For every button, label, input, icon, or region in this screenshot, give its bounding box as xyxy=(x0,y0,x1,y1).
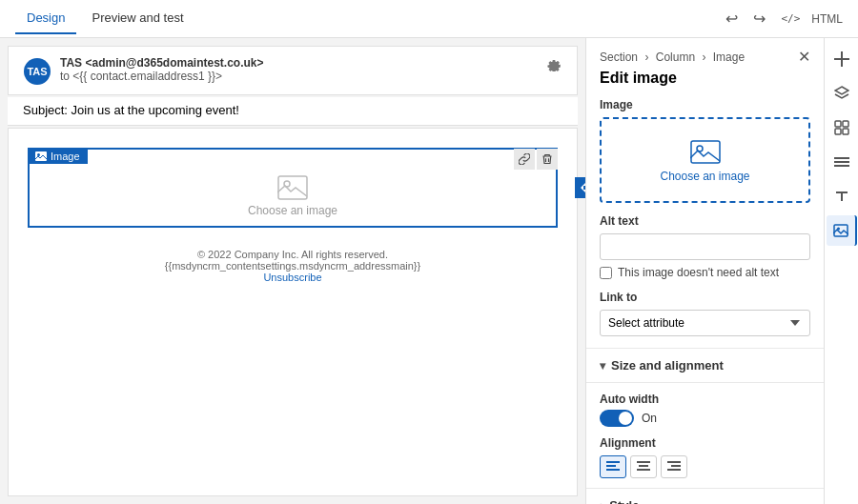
image-placeholder-text: Choose an image xyxy=(248,204,337,217)
svg-rect-13 xyxy=(671,465,681,467)
alt-text-checkbox-row: This image doesn't need alt text xyxy=(600,266,810,279)
svg-rect-6 xyxy=(606,461,620,463)
alt-text-input[interactable] xyxy=(600,233,810,260)
image-block-actions xyxy=(514,149,558,170)
align-left-button[interactable] xyxy=(600,455,626,478)
email-header: TAS TAS <admin@d365domaintest.co.uk> to … xyxy=(8,46,578,95)
alignment-buttons xyxy=(600,455,810,478)
toolbar-actions: ↩ ↪ </> HTML xyxy=(722,6,843,31)
svg-rect-21 xyxy=(834,157,849,159)
svg-rect-9 xyxy=(637,461,650,463)
align-center-button[interactable] xyxy=(630,455,657,478)
breadcrumb-sep-2: › xyxy=(702,50,705,64)
link-to-section: Link to Select attribute xyxy=(586,291,824,348)
footer-address: {{msdyncrm_contentsettings.msdyncrm_addr… xyxy=(20,260,565,272)
svg-rect-19 xyxy=(835,129,841,134)
image-block-wrapper: Image xyxy=(18,138,567,237)
panel-close-button[interactable]: ✕ xyxy=(798,48,810,66)
toggle-knob xyxy=(619,412,632,425)
sidebar-icon-layers[interactable] xyxy=(827,78,857,109)
image-upload-label: Image xyxy=(600,98,810,111)
image-delete-btn[interactable] xyxy=(537,149,558,170)
email-meta: TAS <admin@d365domaintest.co.uk> to <{{ … xyxy=(60,56,264,83)
email-settings-icon[interactable] xyxy=(546,56,562,74)
image-block-label: Image xyxy=(51,151,80,162)
undo-button[interactable]: ↩ xyxy=(722,6,742,31)
svg-rect-0 xyxy=(35,151,47,161)
top-bar: Design Preview and test ↩ ↪ </> HTML xyxy=(0,0,858,38)
email-footer: © 2022 Company Inc. All rights reserved.… xyxy=(9,237,577,294)
svg-rect-22 xyxy=(834,161,849,163)
size-chevron-icon: ▾ xyxy=(600,359,605,373)
footer-copyright: © 2022 Company Inc. All rights reserved. xyxy=(20,249,565,260)
image-placeholder[interactable]: Choose an image xyxy=(30,150,556,226)
panel-header: Section › Column › Image ✕ xyxy=(586,38,824,70)
alt-text-section: Alt text This image doesn't need alt tex… xyxy=(586,214,824,291)
toggle-row: On xyxy=(600,410,810,427)
svg-rect-8 xyxy=(606,469,620,471)
size-section-label: Size and alignment xyxy=(611,358,724,373)
sidebar-icon-image[interactable] xyxy=(827,215,857,246)
link-to-select[interactable]: Select attribute xyxy=(600,310,810,336)
panel-title: Edit image xyxy=(586,70,824,98)
tab-preview[interactable]: Preview and test xyxy=(80,3,194,34)
sidebar-icon-list[interactable] xyxy=(827,147,857,177)
from-name: TAS <admin@d365domaintest.co.uk> xyxy=(60,56,264,70)
image-upload-box[interactable]: Choose an image xyxy=(600,117,810,203)
sidebar-icon-components[interactable] xyxy=(827,112,857,143)
svg-rect-11 xyxy=(637,469,650,471)
sidebar-icon-add[interactable] xyxy=(827,44,857,74)
html-label: HTML xyxy=(811,12,843,26)
svg-rect-17 xyxy=(835,121,841,127)
subject-text: Join us at the upcoming event! xyxy=(72,103,239,117)
image-block-header: Image xyxy=(28,149,88,164)
right-sidebar xyxy=(824,38,858,504)
code-icon[interactable]: </> xyxy=(777,9,804,29)
breadcrumb-sep-1: › xyxy=(644,50,648,64)
footer-unsubscribe[interactable]: Unsubscribe xyxy=(263,272,321,283)
alt-text-checkbox[interactable] xyxy=(600,267,612,279)
svg-rect-7 xyxy=(606,465,616,467)
auto-width-toggle[interactable] xyxy=(600,410,634,427)
style-section-label: Style xyxy=(609,498,639,504)
alignment-label: Alignment xyxy=(600,436,810,450)
right-panel: Section › Column › Image ✕ Edit image Im… xyxy=(585,38,824,504)
svg-rect-14 xyxy=(667,469,681,471)
image-block[interactable]: Image xyxy=(28,148,558,228)
breadcrumb-column: Column xyxy=(656,50,695,64)
svg-rect-10 xyxy=(639,465,648,467)
subject-prefix: Subject: xyxy=(23,103,68,117)
link-to-dropdown-wrapper: Select attribute xyxy=(600,310,810,336)
email-subject: Subject: Join us at the upcoming event! xyxy=(8,97,578,126)
email-body: Image xyxy=(8,128,578,496)
redo-button[interactable]: ↪ xyxy=(749,6,769,31)
avatar: TAS xyxy=(24,58,51,85)
image-upload-section: Image Choose an image xyxy=(586,98,824,214)
align-right-button[interactable] xyxy=(661,455,687,478)
svg-rect-20 xyxy=(843,129,848,134)
html-button[interactable]: HTML xyxy=(811,12,843,26)
size-alignment-section[interactable]: ▾ Size and alignment xyxy=(586,348,824,382)
link-to-label: Link to xyxy=(600,291,810,304)
undo-icon: ↩ xyxy=(725,10,738,28)
drag-handle[interactable] xyxy=(575,177,585,198)
breadcrumb-image: Image xyxy=(713,50,745,64)
breadcrumb: Section › Column › Image xyxy=(600,50,745,64)
alt-text-checkbox-label: This image doesn't need alt text xyxy=(618,266,779,279)
svg-rect-23 xyxy=(834,165,849,167)
tab-design[interactable]: Design xyxy=(15,3,76,34)
svg-rect-18 xyxy=(843,121,848,127)
style-chevron-icon: › xyxy=(600,498,603,504)
image-choose-text: Choose an image xyxy=(660,170,749,183)
style-section[interactable]: › Style xyxy=(586,488,824,504)
main-layout: TAS TAS <admin@d365domaintest.co.uk> to … xyxy=(0,38,858,504)
svg-rect-16 xyxy=(841,51,843,67)
size-section-content: Auto width On Alignment xyxy=(586,382,824,488)
email-from-row: TAS TAS <admin@d365domaintest.co.uk> to … xyxy=(24,56,562,85)
breadcrumb-section: Section xyxy=(600,50,638,64)
image-link-btn[interactable] xyxy=(514,149,535,170)
canvas-area: TAS TAS <admin@d365domaintest.co.uk> to … xyxy=(0,38,585,504)
sidebar-icon-text[interactable] xyxy=(827,181,857,212)
svg-point-1 xyxy=(37,153,40,156)
svg-rect-12 xyxy=(667,461,681,463)
